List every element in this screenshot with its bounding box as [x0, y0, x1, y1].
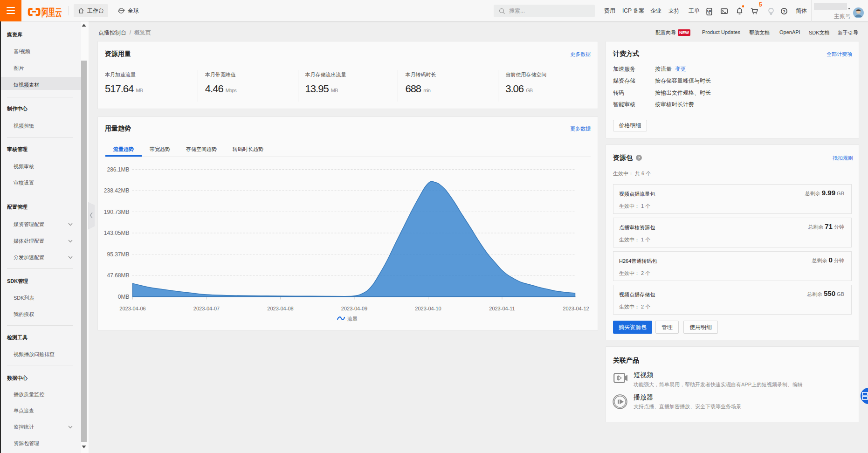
svg-text:2023-04-06: 2023-04-06 [119, 306, 145, 311]
svg-text:?: ? [783, 8, 785, 14]
svg-text:2023-04-08: 2023-04-08 [267, 306, 293, 311]
svg-text:238.42MB: 238.42MB [104, 187, 130, 194]
svg-text:2023-04-09: 2023-04-09 [341, 306, 367, 311]
svg-text:95.37MB: 95.37MB [107, 251, 129, 258]
svg-text:阿里云: 阿里云 [41, 7, 62, 18]
svg-text:286.1MB: 286.1MB [107, 166, 129, 173]
svg-text:流量: 流量 [347, 316, 358, 322]
svg-text:2023-04-12: 2023-04-12 [563, 306, 589, 311]
svg-text:2023-04-10: 2023-04-10 [415, 306, 441, 311]
svg-text:2023-04-11: 2023-04-11 [489, 306, 515, 311]
svg-text:190.73MB: 190.73MB [104, 209, 130, 215]
svg-text:?: ? [638, 156, 641, 160]
svg-text:API: API [706, 9, 712, 13]
svg-text:2023-04-07: 2023-04-07 [193, 306, 220, 311]
svg-text:47.68MB: 47.68MB [107, 272, 129, 279]
svg-text:143.05MB: 143.05MB [104, 230, 130, 236]
svg-text:0MB: 0MB [118, 294, 130, 300]
